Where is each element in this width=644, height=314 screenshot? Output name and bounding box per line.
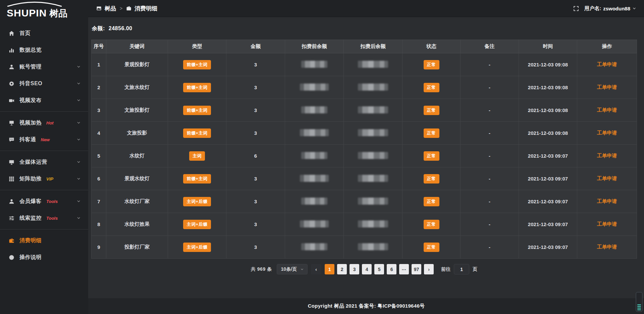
chevron-down-icon (76, 160, 81, 164)
sidebar-item-member-blast[interactable]: 会员爆客 Tools (0, 193, 88, 210)
cell-type: 主词+后缀 (168, 213, 226, 236)
page-button[interactable]: 4 (362, 264, 372, 274)
corner-scrollbar-widget[interactable] (636, 292, 643, 312)
question-icon: ? (9, 255, 14, 260)
cell-type: 前缀+主词 (168, 122, 226, 145)
breadcrumb-item-home[interactable]: 树品 (105, 5, 116, 12)
cell-balance-after (344, 145, 402, 167)
chevron-down-icon (76, 81, 81, 86)
table-row: 1 景观投影灯 前缀+主词 3 正常 - 2021-12-03 09:08 工单… (92, 53, 637, 76)
cell-time: 2021-12-03 09:07 (519, 213, 577, 236)
work-order-link[interactable]: 工单申请 (597, 198, 617, 204)
prev-page-button[interactable]: ‹ (311, 264, 321, 274)
work-order-link[interactable]: 工单申请 (597, 175, 617, 181)
sidebar-item-consumption-detail[interactable]: 消费明细 (0, 232, 88, 249)
screen-icon (9, 120, 14, 126)
masked-balance-after (358, 106, 388, 113)
status-badge: 正常 (424, 243, 439, 252)
status-badge: 正常 (424, 220, 439, 229)
chevron-down-icon (76, 98, 81, 102)
main-area: 树品 > 消费明细 用户名: zswodun88 余额: 24856.00 (88, 0, 644, 314)
fullscreen-icon[interactable] (573, 6, 579, 11)
work-order-link[interactable]: 工单申请 (597, 107, 617, 113)
username-value: zswodun88 (603, 6, 630, 11)
topbar-right: 用户名: zswodun88 (573, 5, 636, 12)
table-row: 5 水纹灯 主词 6 正常 - 2021-12-03 09:07 工单申请 (92, 145, 637, 167)
chevron-down-icon (76, 64, 81, 69)
type-badge: 前缀+主词 (183, 128, 211, 138)
work-order-link[interactable]: 工单申请 (597, 153, 617, 158)
vip-tag: VIP (46, 176, 53, 181)
wallet-icon (126, 6, 131, 11)
cell-balance-after (344, 236, 402, 259)
sidebar-item-account[interactable]: 账号管理 (0, 58, 88, 75)
tools-tag: Tools (46, 216, 58, 221)
sidebar-item-data-overview[interactable]: 数据总览 (0, 42, 88, 58)
work-order-link[interactable]: 工单申请 (597, 244, 617, 250)
cell-status: 正常 (402, 190, 461, 213)
cell-balance-after (344, 167, 402, 190)
masked-balance-before (301, 61, 327, 68)
sidebar-item-video-heat[interactable]: 视频加热 Hot (0, 114, 88, 131)
user-menu[interactable]: 用户名: zswodun88 (584, 5, 636, 12)
cell-balance-after (344, 53, 402, 76)
sidebar-item-matrix-boost[interactable]: 矩阵助推 VIP (0, 170, 88, 187)
sidebar-item-video-publish[interactable]: 视频发布 (0, 92, 88, 109)
page-button[interactable]: 3 (350, 264, 359, 274)
masked-balance-before (300, 220, 329, 227)
cell-balance-before (285, 76, 344, 99)
header-action: 操作 (577, 40, 637, 53)
cell-remark: - (461, 236, 519, 259)
balance: 余额: 24856.00 (92, 25, 637, 32)
cell-balance-before (285, 145, 344, 167)
work-order-link[interactable]: 工单申请 (597, 130, 617, 136)
cell-index: 4 (92, 122, 106, 145)
page-button[interactable]: 5 (374, 264, 384, 274)
work-order-link[interactable]: 工单申请 (597, 84, 617, 90)
next-page-button[interactable]: › (424, 264, 434, 274)
work-order-link[interactable]: 工单申请 (597, 61, 617, 67)
table-row: 2 文旅水纹灯 前缀+主词 3 正常 - 2021-12-03 09:08 工单… (92, 76, 637, 99)
masked-balance-after (358, 220, 388, 227)
sidebar-item-lead-monitor[interactable]: 线索监控 Tools (0, 210, 88, 226)
masked-balance-before (301, 106, 327, 113)
goto-page-input[interactable] (454, 264, 469, 274)
page-button[interactable]: 1 (325, 264, 334, 274)
grid-icon (9, 176, 14, 182)
cell-type: 前缀+主词 (168, 99, 226, 122)
table-row: 9 投影灯厂家 主词+后缀 3 正常 - 2021-12-03 09:07 工单… (92, 236, 637, 259)
cell-amount: 3 (226, 190, 285, 213)
logo-arc (6, 1, 63, 7)
footer: Copyright 树品 2021 备案号: 粤ICP备09019646号 (88, 298, 644, 314)
content: 余额: 24856.00 序号 关键词 类型 金额 扣费前余额 扣费后余额 (88, 17, 644, 298)
cell-status: 正常 (402, 122, 461, 145)
sidebar-item-doukertong[interactable]: 抖客通 New (0, 131, 88, 148)
masked-balance-after (358, 243, 388, 250)
page-size-select[interactable]: 10条/页 (277, 264, 308, 274)
balance-label: 余额: (92, 25, 105, 31)
sidebar-item-instructions[interactable]: ? 操作说明 (0, 249, 88, 266)
username-label: 用户名: (584, 5, 601, 12)
table-row: 3 文旅投影灯 前缀+主词 3 正常 - 2021-12-03 09:08 工单… (92, 99, 637, 122)
page-button[interactable]: ⋯ (399, 264, 409, 274)
masked-balance-after (358, 152, 388, 159)
page-button[interactable]: 2 (337, 264, 347, 274)
sliders-icon (9, 215, 14, 221)
page-button[interactable]: 97 (412, 264, 421, 274)
cell-status: 正常 (402, 76, 461, 99)
sidebar-item-label: 矩阵助推 (19, 175, 42, 182)
sidebar-item-home[interactable]: 首页 (0, 25, 88, 42)
sidebar-item-media-operation[interactable]: 全媒体运营 (0, 154, 88, 170)
cell-remark: - (461, 145, 519, 167)
video-camera-icon (9, 98, 14, 103)
cell-index: 9 (92, 236, 106, 259)
pagination: 共 969 条 10条/页 ‹ 1 2 3 4 (91, 264, 637, 274)
cell-status: 正常 (402, 53, 461, 76)
status-badge: 正常 (424, 151, 439, 161)
cell-remark: - (461, 122, 519, 145)
sidebar-nav: 首页 数据总览 账号管理 抖音SEO 视频发布 (0, 19, 88, 266)
page-button[interactable]: 6 (387, 264, 396, 274)
work-order-link[interactable]: 工单申请 (597, 221, 617, 227)
sidebar-item-douyin-seo[interactable]: 抖音SEO (0, 75, 88, 92)
header-balance-before: 扣费前余额 (285, 40, 344, 53)
